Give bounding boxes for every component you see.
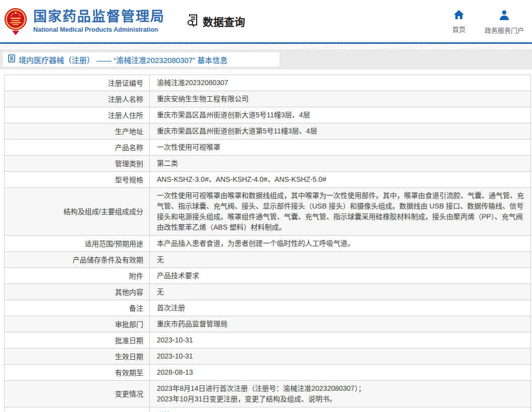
row-label: 注册人住所: [5, 107, 150, 123]
row-label: 审批部门: [5, 316, 150, 332]
row-value: 首次注册: [150, 300, 531, 316]
table-row: 注册人名称重庆安纳生生物工程有限公司: [5, 91, 531, 107]
table-row: 生效日期2023-10-31: [5, 349, 531, 365]
page: { "header": { "org_name_cn": "国家药品监督管理局"…: [0, 0, 532, 412]
table-row: 变更情况2023年8月14日进行首次注册（注册号：渝械注准20232080307…: [5, 381, 531, 407]
registration-info-table: 注册证编号渝械注准20232080307注册人名称重庆安纳生生物工程有限公司注册…: [4, 75, 531, 412]
row-value: 本产品插入患者食道，为患者创建一个临时性的人工呼吸气道。: [150, 236, 531, 252]
row-label: 变更情况: [5, 381, 150, 407]
site-header: 国家药品监督管理局 National Medical Products Admi…: [0, 0, 532, 42]
row-label: 批准日期: [5, 332, 150, 349]
row-label: 注: [5, 407, 150, 412]
table-row: 适用范围/预期用途本产品插入患者食道，为患者创建一个临时性的人工呼吸气道。: [5, 236, 531, 252]
row-label: 其他内容: [5, 284, 150, 300]
org-name-cn: 国家药品监督管理局: [33, 9, 165, 25]
top-nav: 首页 政务服务门户: [452, 8, 524, 35]
document-list-icon: [8, 54, 15, 64]
row-label: 结构及组成/主要组成成分: [5, 188, 150, 236]
row-value: 渝械注准20232080307: [150, 75, 531, 91]
row-label: 产品名称: [5, 140, 150, 156]
data-query-label: 数据查询: [203, 14, 245, 29]
home-icon: [453, 10, 464, 22]
row-label: 型号规格: [5, 172, 150, 188]
row-value: 重庆安纳生生物工程有限公司: [150, 91, 531, 107]
row-value: 一次性使用可视喉罩: [150, 140, 531, 156]
table-row: 注详情: [5, 407, 531, 412]
row-label: 注册人名称: [5, 91, 150, 107]
row-value: 产品技术要求: [150, 268, 531, 284]
row-label: 有效期至: [5, 365, 150, 381]
row-value: 重庆市药品监督管理局: [150, 316, 531, 332]
row-value: 详情: [150, 407, 531, 412]
table-row: 产品名称一次性使用可视喉罩: [5, 140, 531, 156]
row-value: 一次性使用可视喉罩由喉罩和数据线组成，其中喉罩为一次性使用部件。其中，喉罩由食道…: [150, 188, 531, 236]
row-value: 第二类: [150, 156, 531, 172]
table-row: 注册证编号渝械注准20232080307: [5, 75, 531, 91]
org-name-en: National Medical Products Administration: [33, 26, 165, 33]
table-row: 批准日期2023-10-31: [5, 332, 531, 349]
table-row: 型号规格ANS-KSHZ-3.0#、ANS-KSHZ-4.0#、ANS-KSHZ…: [5, 172, 531, 188]
row-label: 注册证编号: [5, 75, 150, 91]
table-row: 其他内容无: [5, 284, 531, 300]
data-query-tab[interactable]: 数据查询: [186, 13, 245, 29]
brand-block: 国家药品监督管理局 National Medical Products Admi…: [33, 9, 165, 33]
row-value: 2023年8月14日进行首次注册（注册号：渝械注准20232080307）； 2…: [150, 381, 531, 407]
row-value: 重庆市荣昌区昌州街道创新大道5号11幢3层、4层: [150, 107, 531, 123]
national-emblem-logo: [4, 7, 27, 36]
nav-home[interactable]: 首页: [452, 10, 465, 34]
breadcrumb-text: 境内医疗器械（注册） —— “渝械注准20232080307” 基本信息: [19, 54, 227, 65]
row-value: 重庆市荣昌区昌州街道创新大道第5号11幢3层、4层: [150, 123, 531, 140]
row-label: 管理类别: [5, 156, 150, 172]
row-value: 无: [150, 252, 531, 268]
row-label: 附件: [5, 268, 150, 284]
table-row: 生产地址重庆市荣昌区昌州街道创新大道第5号11幢3层、4层: [5, 123, 531, 140]
row-value: 2023-10-31: [150, 332, 531, 349]
table-row: 管理类别第二类: [5, 156, 531, 172]
user-icon: [499, 10, 510, 23]
info-table-body: 注册证编号渝械注准20232080307注册人名称重庆安纳生生物工程有限公司注册…: [5, 75, 531, 412]
row-label: 备注: [5, 300, 150, 316]
row-label: 生效日期: [5, 349, 150, 365]
table-row: 审批部门重庆市药品监督管理局: [5, 316, 531, 332]
nav-gov-portal[interactable]: 政务服务门户: [485, 10, 524, 35]
row-value: 2028-08-13: [150, 365, 531, 381]
row-value: 2023-10-31: [150, 349, 531, 365]
table-row: 注册人住所重庆市荣昌区昌州街道创新大道5号11幢3层、4层: [5, 107, 531, 123]
nav-gov-portal-label: 政务服务门户: [485, 25, 524, 35]
hatched-band: [0, 44, 532, 49]
data-query-icon: [186, 13, 200, 29]
table-row: 结构及组成/主要组成成分一次性使用可视喉罩由喉罩和数据线组成，其中喉罩为一次性使…: [5, 188, 531, 236]
table-row: 有效期至2028-08-13: [5, 365, 531, 381]
row-label: 生产地址: [5, 123, 150, 140]
breadcrumb: 境内医疗器械（注册） —— “渝械注准20232080307” 基本信息: [3, 52, 279, 66]
row-label: 适用范围/预期用途: [5, 236, 150, 252]
table-row: 产品储存条件及有效期无: [5, 252, 531, 268]
row-label: 产品储存条件及有效期: [5, 252, 150, 268]
nav-home-label: 首页: [452, 24, 465, 34]
row-value: ANS-KSHZ-3.0#、ANS-KSHZ-4.0#、ANS-KSHZ-5.0…: [150, 172, 531, 188]
breadcrumb-band: 境内医疗器械（注册） —— “渝械注准20232080307” 基本信息: [0, 49, 532, 70]
row-value: 无: [150, 284, 531, 300]
table-row: 备注首次注册: [5, 300, 531, 316]
table-row: 附件产品技术要求: [5, 268, 531, 284]
